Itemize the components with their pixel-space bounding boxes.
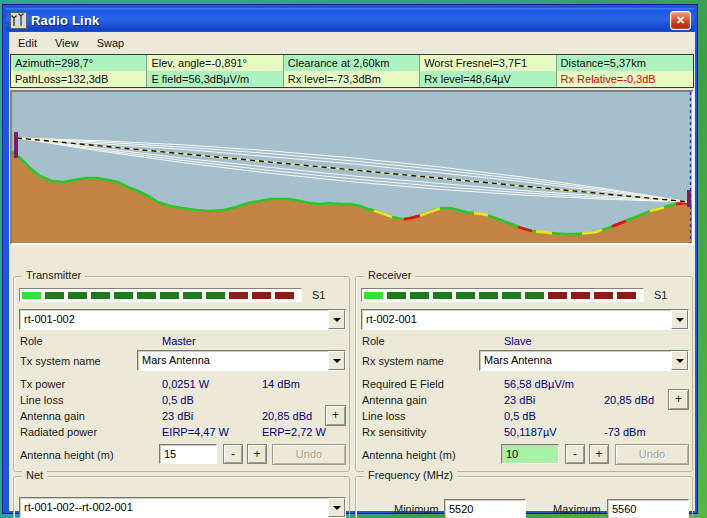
rx-antenna-pattern-button[interactable]: + — [668, 389, 689, 410]
window-frame: Radio Link ✕ Edit View Swap Azimuth=298,… — [3, 5, 697, 513]
tx-unit-combobox[interactable]: rt-001-002 — [19, 309, 346, 330]
rx-gain-label: Antenna gain — [362, 394, 427, 406]
tx-lineloss-value: 0,5 dB — [162, 394, 194, 406]
status-pathloss: PathLoss=132,3dB — [11, 71, 147, 87]
radio-link-window: Radio Link ✕ Edit View Swap Azimuth=298,… — [2, 4, 698, 514]
status-clearance: Clearance at 2,60km — [284, 55, 420, 71]
menu-bar: Edit View Swap — [9, 32, 695, 53]
status-rx-relative: Rx Relative=-0,3dB — [557, 71, 693, 87]
status-distance: Distance=5,37km — [557, 55, 693, 71]
frequency-max-label: Maximum — [553, 503, 601, 515]
profile-svg — [12, 92, 692, 243]
rx-system-combobox[interactable]: Mars Antenna — [479, 350, 689, 371]
tx-power-watts: 0,0251 W — [162, 378, 209, 390]
rx-undo-button[interactable]: Undo — [615, 444, 689, 465]
rx-system-value: Mars Antenna — [480, 351, 671, 370]
rx-efield-label: Required E Field — [362, 378, 444, 390]
rx-gain-dbi: 23 dBi — [504, 394, 535, 406]
tx-system-combobox[interactable]: Mars Antenna — [137, 350, 346, 371]
rx-system-label: Rx system name — [362, 355, 444, 367]
receiver-caption: Receiver — [364, 269, 415, 281]
rx-role-label: Role — [362, 335, 385, 347]
tx-signal-label: S1 — [312, 289, 325, 301]
titlebar: Radio Link ✕ — [6, 8, 694, 32]
net-combobox[interactable]: rt-001-002--rt-002-001 — [19, 497, 346, 518]
rx-height-label: Antenna height (m) — [362, 449, 456, 461]
net-group: Net rt-001-002--rt-002-001 — [13, 476, 350, 518]
rx-sensitivity-uv: 50,1187µV — [504, 426, 557, 438]
frequency-min-label: Minimum — [394, 503, 439, 515]
rx-gain-dbd: 20,85 dBd — [604, 394, 654, 406]
window-title: Radio Link — [31, 13, 99, 28]
rx-sensitivity-label: Rx sensitivity — [362, 426, 426, 438]
rx-lineloss-label: Line loss — [362, 410, 405, 422]
tx-gain-label: Antenna gain — [20, 410, 85, 422]
frequency-max-input[interactable] — [607, 499, 689, 518]
rx-unit-combobox[interactable]: rt-002-001 — [361, 309, 689, 330]
status-efield: E field=56,3dBµV/m — [147, 71, 283, 87]
tx-signal-bar — [19, 288, 302, 302]
rx-height-decrease-button[interactable]: - — [565, 444, 585, 464]
rx-lineloss-value: 0,5 dB — [504, 410, 536, 422]
rx-height-input[interactable] — [501, 444, 559, 464]
transmitter-group: Transmitter S1 rt-001-002 Role Master Tx… — [13, 276, 350, 472]
tx-radiated-label: Radiated power — [20, 426, 97, 438]
rx-unit-value: rt-002-001 — [362, 310, 671, 329]
rx-efield-value: 56,58 dBµV/m — [504, 378, 574, 390]
net-value: rt-001-002--rt-002-001 — [20, 498, 328, 517]
dropdown-arrow-icon[interactable] — [671, 310, 688, 329]
status-elev-angle: Elev. angle=-0,891° — [147, 55, 283, 71]
receiver-group: Receiver S1 rt-002-001 Role Slave Rx sys… — [355, 276, 693, 472]
net-caption: Net — [22, 469, 47, 481]
tx-gain-dbi: 23 dBi — [162, 410, 193, 422]
tx-height-label: Antenna height (m) — [20, 449, 114, 461]
tx-height-input[interactable] — [159, 444, 217, 464]
menu-edit[interactable]: Edit — [9, 34, 46, 52]
status-azimuth: Azimuth=298,7° — [11, 55, 147, 71]
rx-antenna-mast — [687, 190, 691, 207]
client-area: Edit View Swap Azimuth=298,7° Elev. angl… — [9, 32, 695, 511]
tx-system-label: Tx system name — [20, 355, 101, 367]
tx-antenna-pattern-button[interactable]: + — [325, 405, 346, 426]
close-button[interactable]: ✕ — [670, 11, 691, 30]
frequency-caption: Frequency (MHz) — [364, 469, 457, 481]
rx-signal-label: S1 — [654, 289, 667, 301]
tx-power-dbm: 14 dBm — [262, 378, 300, 390]
dropdown-arrow-icon[interactable] — [671, 351, 688, 370]
rx-role-value: Slave — [504, 335, 532, 347]
rx-sensitivity-dbm: -73 dBm — [604, 426, 646, 438]
tx-erp-value: ERP=2,72 W — [262, 426, 326, 438]
terrain-profile-chart[interactable] — [10, 90, 694, 245]
tx-system-value: Mars Antenna — [138, 351, 328, 370]
status-worst-fresnel: Worst Fresnel=3,7F1 — [420, 55, 556, 71]
menu-view[interactable]: View — [46, 34, 88, 52]
tx-lineloss-label: Line loss — [20, 394, 63, 406]
radio-link-app-icon — [10, 12, 27, 29]
dropdown-arrow-icon[interactable] — [328, 310, 345, 329]
tx-unit-value: rt-001-002 — [20, 310, 328, 329]
tx-gain-dbd: 20,85 dBd — [262, 410, 312, 422]
link-status-grid: Azimuth=298,7° Elev. angle=-0,891° Clear… — [10, 54, 694, 88]
tx-height-decrease-button[interactable]: - — [223, 444, 243, 464]
frequency-group: Frequency (MHz) Minimum Maximum — [355, 476, 693, 518]
tx-eirp-value: EIRP=4,47 W — [162, 426, 229, 438]
tx-role-label: Role — [20, 335, 43, 347]
dropdown-arrow-icon[interactable] — [328, 498, 345, 517]
transmitter-caption: Transmitter — [22, 269, 85, 281]
tx-antenna-mast — [14, 132, 18, 158]
frequency-min-input[interactable] — [444, 499, 526, 518]
tx-power-label: Tx power — [20, 378, 65, 390]
rx-signal-bar — [361, 288, 644, 302]
status-rx-level-dbm: Rx level=-73,3dBm — [284, 71, 420, 87]
dropdown-arrow-icon[interactable] — [328, 351, 345, 370]
tx-height-increase-button[interactable]: + — [247, 444, 267, 464]
menu-swap[interactable]: Swap — [88, 34, 134, 52]
rx-height-increase-button[interactable]: + — [589, 444, 609, 464]
tx-undo-button[interactable]: Undo — [272, 444, 346, 465]
status-rx-level-uv: Rx level=48,64µV — [420, 71, 556, 87]
tx-role-value: Master — [162, 335, 196, 347]
